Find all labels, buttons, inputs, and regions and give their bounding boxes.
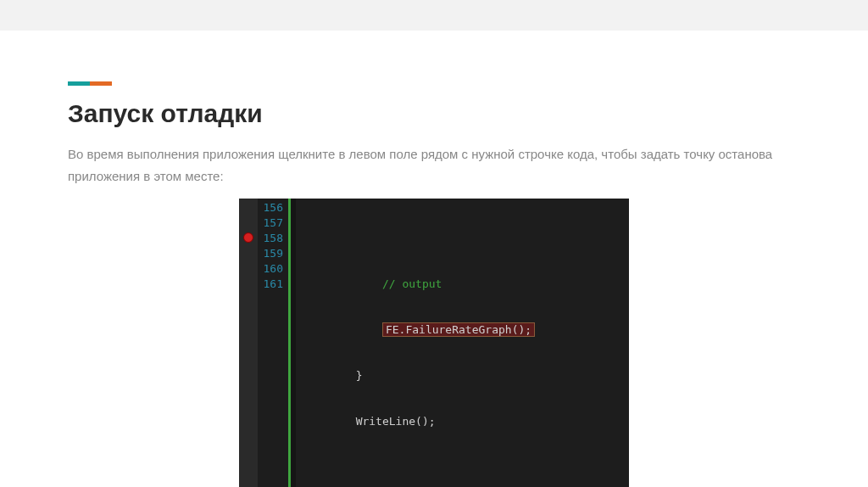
breakpoint-gutter	[239, 199, 258, 487]
code-text: }	[356, 369, 363, 382]
accent-bar	[68, 81, 112, 86]
top-bar	[0, 0, 868, 31]
code-editor-figure: 156 157 158 159 160 161 // output FE.Fai…	[68, 199, 800, 487]
line-number: 157	[258, 216, 283, 231]
line-number: 158	[258, 231, 283, 246]
code-editor: 156 157 158 159 160 161 // output FE.Fai…	[239, 199, 629, 487]
code-comment: // output	[382, 277, 442, 290]
code-text: WriteLine();	[356, 415, 436, 428]
line-number-gutter: 156 157 158 159 160 161	[258, 199, 288, 487]
slide-content: Запуск отладки Во время выполнения прило…	[0, 31, 868, 487]
code-breakpoint-line: FE.FailureRateGraph();	[382, 322, 535, 337]
line-number: 161	[258, 277, 283, 292]
breakpoint-icon	[243, 232, 253, 243]
line-number: 160	[258, 261, 283, 277]
paragraph-1: Во время выполнения приложения щелкните …	[68, 143, 800, 187]
line-number: 159	[258, 246, 283, 261]
page-title: Запуск отладки	[68, 99, 800, 128]
code-area: // output FE.FailureRateGraph(); } Write…	[296, 199, 629, 487]
line-number: 156	[258, 200, 283, 216]
